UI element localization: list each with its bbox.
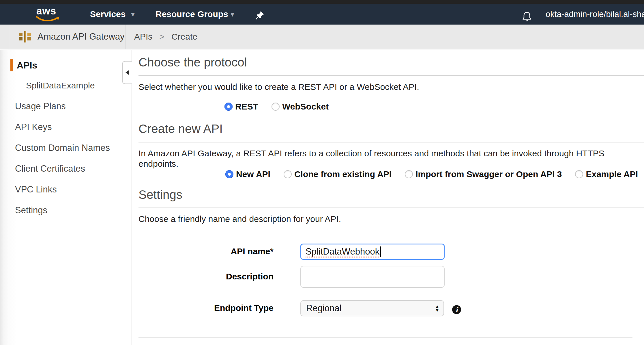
radio-option-clone[interactable]: Clone from existing API <box>284 169 392 179</box>
pin-icon[interactable] <box>254 10 265 22</box>
radio-label-clone: Clone from existing API <box>294 169 392 179</box>
api-name-input[interactable]: SplitDataWebhook <box>300 244 445 260</box>
protocol-radio-group: REST WebSocket <box>224 102 329 112</box>
description-label: Description <box>138 272 274 281</box>
radio-option-import-swagger[interactable]: Import from Swagger or Open API 3 <box>405 169 562 179</box>
sidebar-item-apis[interactable]: APIs <box>17 60 37 71</box>
endpoint-type-label: Endpoint Type <box>138 303 274 313</box>
section-title-settings: Settings <box>138 188 182 202</box>
divider <box>138 142 644 142</box>
radio-rest[interactable] <box>224 103 233 111</box>
chevron-down-icon: ▾ <box>231 10 234 19</box>
radio-option-websocket[interactable]: WebSocket <box>272 102 329 112</box>
radio-label-rest: REST <box>235 102 258 112</box>
select-stepper-icon: ▲▼ <box>435 305 439 312</box>
sidebar: APIs SplitDataExample Usage Plans API Ke… <box>0 50 132 345</box>
aws-logo-text: aws <box>35 6 61 16</box>
radio-example-api[interactable] <box>575 170 583 178</box>
notifications-bell-icon[interactable] <box>521 11 533 24</box>
api-name-value: SplitDataWebhook <box>306 246 379 257</box>
create-description: In Amazon API Gateway, a REST API refers… <box>138 148 644 169</box>
radio-websocket[interactable] <box>272 103 280 111</box>
radio-label-import-swagger: Import from Swagger or Open API 3 <box>415 169 562 179</box>
divider <box>125 25 126 49</box>
api-name-label: API name* <box>138 246 274 256</box>
sidebar-item-settings[interactable]: Settings <box>15 205 47 216</box>
radio-clone[interactable] <box>284 170 292 178</box>
section-title-protocol: Choose the protocol <box>138 55 247 69</box>
breadcrumb-create: Create <box>171 32 197 42</box>
collapse-sidebar-button[interactable] <box>122 61 132 84</box>
radio-import-swagger[interactable] <box>405 170 413 178</box>
section-title-create-new-api: Create new API <box>138 122 223 136</box>
resource-groups-menu[interactable]: Resource Groups <box>156 9 228 19</box>
radio-new-api[interactable] <box>225 170 233 178</box>
sidebar-item-usage-plans[interactable]: Usage Plans <box>15 101 66 112</box>
aws-top-navbar: aws Services ▾ Resource Groups ▾ okta-ad… <box>0 4 644 25</box>
service-bar: Amazon API Gateway APIs > Create <box>0 25 644 49</box>
text-cursor <box>380 246 381 257</box>
radio-label-new-api: New API <box>236 169 270 179</box>
info-icon[interactable]: i <box>452 305 461 314</box>
radio-label-websocket: WebSocket <box>282 102 329 112</box>
aws-smile-icon <box>35 16 60 23</box>
protocol-description: Select whether you would like to create … <box>138 82 419 92</box>
endpoint-type-select[interactable]: Regional ▲▼ <box>300 300 444 316</box>
radio-label-example-api: Example API <box>586 169 638 179</box>
divider <box>138 337 632 337</box>
endpoint-type-value: Regional <box>306 303 341 314</box>
sidebar-item-splitdataexample[interactable]: SplitDataExample <box>26 80 95 91</box>
window-top-strip <box>0 0 644 4</box>
radio-option-rest[interactable]: REST <box>224 102 258 112</box>
aws-logo[interactable]: aws <box>35 6 61 24</box>
services-menu[interactable]: Services <box>90 9 126 19</box>
breadcrumb-separator: > <box>159 32 164 42</box>
divider <box>138 207 644 207</box>
sidebar-item-api-keys[interactable]: API Keys <box>15 122 52 132</box>
divider <box>138 75 644 76</box>
chevron-left-icon <box>126 70 129 75</box>
create-radio-group: New API Clone from existing API Import f… <box>225 169 638 179</box>
api-gateway-icon <box>18 30 32 45</box>
divider <box>9 25 9 49</box>
breadcrumb-apis[interactable]: APIs <box>134 32 152 42</box>
sidebar-item-client-certificates[interactable]: Client Certificates <box>15 164 85 174</box>
description-input[interactable] <box>300 266 445 288</box>
radio-option-new-api[interactable]: New API <box>225 169 270 179</box>
sidebar-item-vpc-links[interactable]: VPC Links <box>15 184 57 195</box>
settings-description: Choose a friendly name and description f… <box>138 214 341 224</box>
radio-option-example-api[interactable]: Example API <box>575 169 638 179</box>
sidebar-item-custom-domain-names[interactable]: Custom Domain Names <box>15 143 110 153</box>
active-item-accent-bar <box>10 59 13 71</box>
breadcrumb: APIs > Create <box>134 32 197 42</box>
service-title[interactable]: Amazon API Gateway <box>38 31 125 42</box>
account-role-name[interactable]: okta-admin-role/bilal.al-sha <box>546 10 644 19</box>
chevron-down-icon: ▾ <box>131 10 135 19</box>
